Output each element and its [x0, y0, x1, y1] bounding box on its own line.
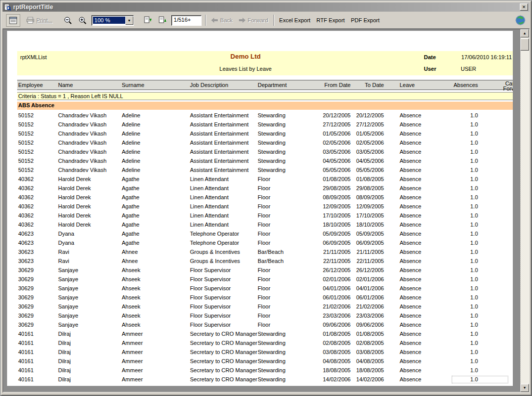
cell-absences: 1.0 — [438, 249, 478, 255]
page-number-input[interactable]: 1/516+ — [171, 15, 202, 26]
column-header-name: Name — [58, 82, 73, 88]
column-header-from-date: From Date — [300, 82, 351, 88]
cell-leave: Absence — [400, 167, 421, 173]
cell-leave: Absence — [400, 185, 421, 191]
rtf-export-button[interactable]: RTF Export — [313, 14, 348, 27]
back-button[interactable]: Back — [208, 14, 235, 27]
cell-to-date: 03/05/2006 — [344, 149, 384, 155]
cell-job: Linen Attendant — [190, 194, 228, 200]
cell-absences: 1.0 — [438, 258, 478, 264]
cell-job: Linen Attendant — [190, 203, 228, 209]
cell-absences: 1.0 — [438, 303, 478, 310]
scrollbar-thumb[interactable] — [520, 38, 529, 51]
zoom-out-button[interactable] — [61, 14, 75, 27]
cell-employee: 50152 — [18, 130, 34, 137]
cell-to-date: 04/01/2006 — [344, 285, 384, 291]
page-up-icon — [158, 16, 167, 24]
column-header-carried-forward: Carried Forward — [493, 81, 513, 91]
cell-to-date: 01/08/2005 — [344, 331, 384, 337]
cell-name: Dilraj — [58, 340, 71, 346]
cell-department: Floor — [258, 303, 270, 310]
cell-name: Dilraj — [58, 331, 71, 337]
user-label: User — [424, 66, 436, 72]
close-icon: ✕ — [522, 5, 526, 10]
scroll-down-icon: ▼ — [523, 386, 526, 389]
close-button[interactable]: ✕ — [520, 4, 528, 11]
cell-leave: Absence — [400, 267, 421, 273]
table-row: 50152 Chandradev Vikash Adeline Assistan… — [7, 120, 513, 129]
print-button[interactable]: Print... — [23, 14, 56, 27]
cell-employee: 30629 — [18, 294, 34, 300]
scroll-up-button[interactable]: ▲ — [520, 29, 529, 37]
cell-name: Ravi — [58, 249, 69, 255]
cell-leave: Absence — [400, 158, 421, 164]
table-row: 50152 Chandradev Vikash Adeline Assistan… — [7, 165, 513, 174]
cell-name: Dyana — [58, 231, 74, 237]
cell-employee: 40161 — [18, 367, 34, 373]
selection-marquee — [452, 376, 508, 383]
cell-to-date: 18/10/2005 — [344, 222, 384, 228]
column-header-leave: Leave — [400, 82, 415, 88]
cell-absences: 1.0 — [438, 222, 478, 228]
cell-job: Telephone Operator — [190, 240, 239, 246]
cell-name: Harold Derek — [58, 185, 91, 191]
cell-name: Dyana — [58, 240, 74, 246]
cell-department: Stewarding — [258, 158, 285, 164]
report-name: rptXMLList — [20, 54, 47, 60]
report-rows: 50152 Chandradev Vikash Adeline Assistan… — [7, 111, 513, 384]
goto-last-page-button[interactable] — [155, 14, 170, 27]
cell-department: Floor — [258, 231, 270, 237]
cell-job: Floor Supervisor — [190, 285, 231, 291]
column-header-band: Employee Name Surname Job Description De… — [17, 80, 513, 90]
report-header-band: rptXMLList Demo Ltd Date 17/06/2010 16:1… — [17, 51, 513, 75]
cell-to-date: 02/08/2005 — [344, 340, 384, 346]
cell-leave: Absence — [400, 313, 421, 319]
table-row: 40161 Dilraj Ammeer Secretary to CRO Man… — [7, 366, 513, 375]
chevron-down-icon[interactable]: ▼ — [125, 16, 133, 25]
cell-absences: 1.0 — [438, 176, 478, 182]
excel-export-button[interactable]: Excel Export — [276, 14, 314, 27]
cell-name: Harold Derek — [58, 176, 91, 182]
cell-absences: 1.0 — [438, 322, 478, 328]
table-row: 40161 Dilraj Ammeer Secretary to CRO Man… — [7, 338, 513, 347]
table-row: 40161 Dilraj Ammeer Secretary to CRO Man… — [7, 375, 513, 384]
cell-leave: Absence — [400, 349, 421, 355]
cell-surname: Ahseek — [122, 267, 140, 273]
cell-leave: Absence — [400, 249, 421, 255]
cell-department: Stewarding — [258, 130, 285, 137]
cell-employee: 40161 — [18, 331, 34, 337]
forward-button[interactable]: Forward — [235, 14, 271, 27]
titlebar[interactable]: rptReportTitle ✕ — [3, 3, 529, 12]
table-row: 30629 Sanjaye Ahseek Floor Supervisor Fl… — [7, 284, 513, 293]
vertical-scrollbar[interactable]: ▲ ▼ — [520, 29, 529, 392]
zoom-in-button[interactable] — [75, 14, 90, 27]
forward-label: Forward — [248, 17, 268, 23]
cell-department: Stewarding — [258, 340, 285, 346]
column-header-surname: Surname — [122, 82, 144, 88]
cell-department: Stewarding — [258, 349, 285, 355]
goto-first-page-button[interactable] — [140, 14, 155, 27]
pdf-export-button[interactable]: PDF Export — [348, 14, 382, 27]
cell-to-date: 06/09/2005 — [344, 240, 384, 246]
group-tree-toggle-button[interactable] — [6, 14, 20, 27]
cell-name: Chandradev Vikash — [58, 149, 107, 155]
cell-absences: 1.0 — [438, 158, 478, 164]
table-row: 30629 Sanjaye Ahseek Floor Supervisor Fl… — [7, 311, 513, 320]
cell-leave: Absence — [400, 112, 421, 118]
cell-name: Chandradev Vikash — [58, 158, 107, 164]
cell-surname: Adeline — [122, 130, 140, 137]
cell-employee: 30629 — [18, 285, 34, 291]
scroll-down-button[interactable]: ▼ — [520, 384, 529, 392]
cell-job: Floor Supervisor — [190, 313, 231, 319]
group-tree-icon — [9, 17, 17, 24]
cell-job: Secretary to CRO Manager — [190, 358, 257, 364]
cell-leave: Absence — [400, 212, 421, 218]
zoom-select[interactable]: 100 % ▼ — [91, 15, 134, 26]
cell-surname: Ahseek — [122, 285, 140, 291]
cell-surname: Ahnee — [122, 258, 138, 264]
cell-to-date: 03/08/2005 — [344, 349, 384, 355]
cell-department: Floor — [258, 313, 270, 319]
report-window-icon — [4, 4, 11, 11]
cell-name: Harold Derek — [58, 194, 91, 200]
table-row: 40161 Dilraj Ammeer Secretary to CRO Man… — [7, 357, 513, 366]
